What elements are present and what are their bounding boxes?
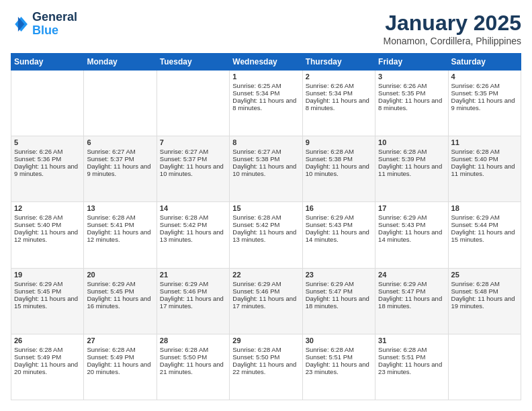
sunset-text: Sunset: 5:51 PM — [306, 353, 372, 361]
table-row: 21Sunrise: 6:29 AMSunset: 5:46 PMDayligh… — [157, 268, 229, 334]
day-number: 3 — [378, 73, 445, 81]
daylight-text: Daylight: 11 hours and 10 minutes. — [160, 163, 226, 177]
sunrise-text: Sunrise: 6:28 AM — [306, 148, 372, 155]
sunrise-text: Sunrise: 6:28 AM — [451, 280, 518, 287]
day-number: 24 — [378, 271, 445, 279]
daylight-text: Daylight: 11 hours and 18 minutes. — [378, 295, 445, 310]
day-number: 25 — [451, 271, 518, 279]
sunset-text: Sunset: 5:45 PM — [87, 287, 153, 295]
daylight-text: Daylight: 11 hours and 12 minutes. — [14, 228, 81, 243]
day-number: 26 — [14, 336, 81, 345]
logo-icon — [11, 15, 30, 34]
table-row: 23Sunrise: 6:29 AMSunset: 5:47 PMDayligh… — [302, 268, 375, 334]
daylight-text: Daylight: 11 hours and 8 minutes. — [232, 97, 299, 111]
table-row: 20Sunrise: 6:29 AMSunset: 5:45 PMDayligh… — [84, 268, 157, 334]
day-number: 2 — [306, 73, 372, 81]
sunrise-text: Sunrise: 6:29 AM — [378, 214, 445, 221]
day-number: 17 — [378, 204, 445, 212]
table-row: 26Sunrise: 6:28 AMSunset: 5:49 PMDayligh… — [11, 334, 84, 400]
sunset-text: Sunset: 5:47 PM — [306, 287, 372, 295]
logo: General Blue — [11, 11, 77, 38]
day-number: 5 — [14, 138, 81, 146]
sunset-text: Sunset: 5:42 PM — [160, 221, 226, 228]
table-row: 22Sunrise: 6:29 AMSunset: 5:46 PMDayligh… — [230, 268, 302, 334]
table-row: 5Sunrise: 6:26 AMSunset: 5:36 PMDaylight… — [11, 136, 84, 202]
sunset-text: Sunset: 5:34 PM — [232, 89, 299, 97]
daylight-text: Daylight: 11 hours and 12 minutes. — [87, 228, 153, 243]
sunrise-text: Sunrise: 6:28 AM — [160, 214, 226, 221]
table-row: 10Sunrise: 6:28 AMSunset: 5:39 PMDayligh… — [375, 136, 448, 202]
daylight-text: Daylight: 11 hours and 8 minutes. — [378, 97, 445, 111]
sunset-text: Sunset: 5:38 PM — [306, 155, 372, 163]
day-number: 16 — [306, 204, 372, 212]
day-number: 21 — [160, 271, 226, 279]
table-row — [84, 71, 157, 136]
daylight-text: Daylight: 11 hours and 8 minutes. — [306, 97, 372, 111]
daylight-text: Daylight: 11 hours and 9 minutes. — [87, 163, 153, 177]
day-number: 1 — [232, 73, 299, 81]
sunrise-text: Sunrise: 6:29 AM — [14, 280, 81, 287]
calendar-table: Sunday Monday Tuesday Wednesday Thursday… — [11, 53, 521, 400]
sunrise-text: Sunrise: 6:27 AM — [160, 148, 226, 155]
table-row: 4Sunrise: 6:26 AMSunset: 5:35 PMDaylight… — [448, 71, 521, 136]
table-row: 14Sunrise: 6:28 AMSunset: 5:42 PMDayligh… — [157, 202, 229, 268]
day-number: 22 — [232, 271, 299, 279]
daylight-text: Daylight: 11 hours and 10 minutes. — [306, 163, 372, 177]
table-row — [11, 71, 84, 136]
day-number: 29 — [232, 336, 299, 345]
month-title: January 2025 — [384, 11, 521, 36]
sunrise-text: Sunrise: 6:28 AM — [232, 346, 299, 353]
sunrise-text: Sunrise: 6:26 AM — [306, 82, 372, 89]
sunrise-text: Sunrise: 6:25 AM — [232, 82, 299, 89]
logo-text: General Blue — [32, 11, 77, 38]
sunrise-text: Sunrise: 6:26 AM — [378, 82, 445, 89]
sunset-text: Sunset: 5:49 PM — [87, 353, 153, 361]
daylight-text: Daylight: 11 hours and 14 minutes. — [378, 228, 445, 243]
table-row: 6Sunrise: 6:27 AMSunset: 5:37 PMDaylight… — [84, 136, 157, 202]
day-number: 8 — [232, 138, 299, 146]
sunset-text: Sunset: 5:47 PM — [378, 287, 445, 295]
sunset-text: Sunset: 5:36 PM — [14, 155, 81, 163]
sunset-text: Sunset: 5:50 PM — [232, 353, 299, 361]
day-number: 28 — [160, 336, 226, 345]
daylight-text: Daylight: 11 hours and 19 minutes. — [451, 295, 518, 310]
sunset-text: Sunset: 5:50 PM — [160, 353, 226, 361]
day-number: 11 — [451, 138, 518, 146]
sunrise-text: Sunrise: 6:29 AM — [87, 280, 153, 287]
daylight-text: Daylight: 11 hours and 10 minutes. — [232, 163, 299, 177]
table-row: 18Sunrise: 6:29 AMSunset: 5:44 PMDayligh… — [448, 202, 521, 268]
table-row: 9Sunrise: 6:28 AMSunset: 5:38 PMDaylight… — [302, 136, 375, 202]
header-tuesday: Tuesday — [157, 54, 229, 71]
daylight-text: Daylight: 11 hours and 9 minutes. — [451, 97, 518, 111]
daylight-text: Daylight: 11 hours and 16 minutes. — [87, 295, 153, 310]
sunrise-text: Sunrise: 6:29 AM — [306, 280, 372, 287]
weekday-header-row: Sunday Monday Tuesday Wednesday Thursday… — [11, 54, 521, 71]
table-row: 30Sunrise: 6:28 AMSunset: 5:51 PMDayligh… — [302, 334, 375, 400]
sunrise-text: Sunrise: 6:28 AM — [87, 214, 153, 221]
sunrise-text: Sunrise: 6:29 AM — [378, 280, 445, 287]
daylight-text: Daylight: 11 hours and 17 minutes. — [232, 295, 299, 310]
table-row — [448, 334, 521, 400]
daylight-text: Daylight: 11 hours and 17 minutes. — [160, 295, 226, 310]
logo-line1: General — [32, 11, 77, 24]
day-number: 27 — [87, 336, 153, 345]
table-row: 28Sunrise: 6:28 AMSunset: 5:50 PMDayligh… — [157, 334, 229, 400]
day-number: 7 — [160, 138, 226, 146]
sunset-text: Sunset: 5:43 PM — [378, 221, 445, 228]
table-row: 3Sunrise: 6:26 AMSunset: 5:35 PMDaylight… — [375, 71, 448, 136]
day-number: 18 — [451, 204, 518, 212]
sunrise-text: Sunrise: 6:28 AM — [306, 346, 372, 353]
sunset-text: Sunset: 5:49 PM — [14, 353, 81, 361]
sunset-text: Sunset: 5:45 PM — [14, 287, 81, 295]
location: Monamon, Cordillera, Philippines — [384, 36, 521, 46]
sunset-text: Sunset: 5:42 PM — [232, 221, 299, 228]
daylight-text: Daylight: 11 hours and 13 minutes. — [232, 228, 299, 243]
logo-line2: Blue — [32, 24, 58, 37]
sunset-text: Sunset: 5:51 PM — [378, 353, 445, 361]
sunset-text: Sunset: 5:38 PM — [232, 155, 299, 163]
sunset-text: Sunset: 5:41 PM — [87, 221, 153, 228]
week-row-3: 19Sunrise: 6:29 AMSunset: 5:45 PMDayligh… — [11, 268, 521, 334]
sunrise-text: Sunrise: 6:26 AM — [451, 82, 518, 89]
daylight-text: Daylight: 11 hours and 11 minutes. — [378, 163, 445, 177]
day-number: 9 — [306, 138, 372, 146]
